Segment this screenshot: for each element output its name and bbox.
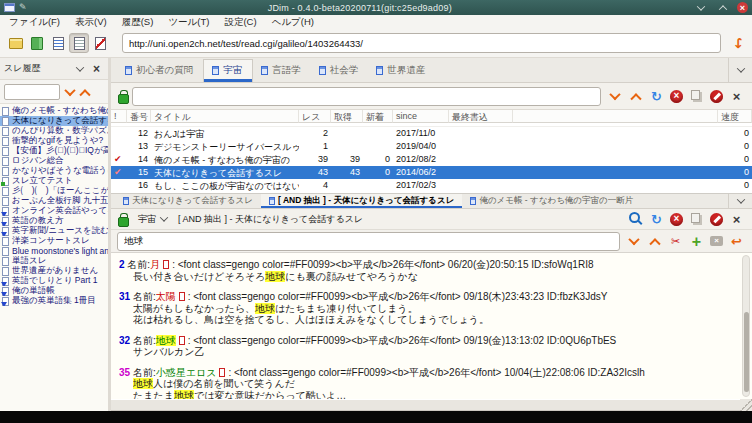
reload-icon[interactable] — [649, 89, 664, 103]
sidebar-thread-item[interactable]: オンライン英会話やってる人 — [0, 206, 108, 216]
scroll-down-icon[interactable] — [607, 89, 622, 103]
window-close-icon[interactable] — [737, 2, 748, 13]
sidebar-thread-item[interactable]: おーぷん全板行脚 九十五 — [0, 196, 108, 206]
search-down-icon[interactable] — [626, 234, 641, 248]
stop-icon[interactable] — [670, 90, 683, 103]
close-view-icon[interactable] — [729, 89, 744, 103]
sidebar-thread-item[interactable]: 俺の単語帳 — [0, 286, 108, 296]
shade-icon[interactable] — [693, 1, 708, 15]
column-header[interactable]: 番号 — [127, 110, 151, 123]
thread-row[interactable]: 12おんJは宇宙22017/11/00 — [111, 127, 752, 140]
sidebar-thread-item[interactable]: 俺のメモ帳 - すなわち俺の — [0, 106, 108, 116]
message-scrollbar[interactable] — [742, 255, 750, 397]
go-url-icon[interactable] — [731, 36, 746, 50]
post-name[interactable]: 小惑星エロス — [156, 367, 217, 378]
copy-icon[interactable] — [689, 89, 704, 103]
sidebar-thread-item[interactable]: 天体になりきって会話するス — [0, 116, 108, 126]
sidebar-thread-item[interactable]: 英語の教え方 — [0, 216, 108, 226]
post-number[interactable]: 31 — [119, 291, 130, 302]
sidebar-thread-item[interactable]: 彡(゚)(゚)「ほーんここが世界遺 — [0, 186, 108, 196]
sidebar-thread-item[interactable]: 【安価】彡(゚)(゚)「IQが高くない — [0, 146, 108, 156]
post-name[interactable]: 太陽 — [156, 291, 176, 302]
sidebar-thread-item[interactable]: ロジバン総合 — [0, 156, 108, 166]
sidebar-thread-item[interactable]: 最強の英単語集 1冊目 — [0, 296, 108, 306]
column-header[interactable]: since — [393, 110, 449, 123]
titlebar[interactable]: ✎ JDim - 0.4.0-beta20200711(git:c25ed9ad… — [0, 0, 752, 15]
sidebar-thread-item[interactable]: 洋楽コンサートスレ — [0, 236, 108, 246]
tab-item[interactable]: 世界遺産 — [368, 60, 435, 82]
tab-item[interactable]: 社会学 — [311, 60, 369, 82]
scroll-up-icon[interactable] — [628, 89, 643, 103]
column-header[interactable]: 速度 — [718, 110, 752, 123]
abone-icon[interactable] — [710, 90, 723, 103]
post-name[interactable]: 地球 — [156, 335, 176, 346]
menu-item[interactable]: ヘルプ(H) — [272, 16, 314, 29]
sidebar-thread-item[interactable]: 単語スレ — [0, 256, 108, 266]
resize-grip[interactable] — [740, 399, 752, 411]
sidebar-thread-item[interactable]: 英字新聞/ニュースを読むス — [0, 226, 108, 236]
add-favorite-icon[interactable] — [689, 234, 704, 248]
close-sidebar-icon[interactable] — [89, 62, 104, 76]
sidebar-search-input[interactable] — [4, 84, 60, 100]
unshade-icon[interactable] — [715, 1, 730, 15]
post-number[interactable]: 32 — [119, 335, 130, 346]
copy-icon[interactable] — [689, 212, 704, 226]
search-up-icon[interactable] — [77, 85, 92, 99]
column-header[interactable]: 取得 — [331, 110, 363, 123]
sidebar-thread-item[interactable]: スレ立てテスト — [0, 176, 108, 186]
tab-overflow-button[interactable] — [728, 58, 752, 82]
post-name[interactable]: 月 — [150, 259, 160, 270]
column-header[interactable]: ! — [111, 110, 127, 123]
thread-row[interactable]: 13デジモンストーリーサイバースルゥ12019/04/00 — [111, 140, 752, 153]
tab-active[interactable]: [ AND 抽出 ] - 天体になりきって会話するスレ — [261, 194, 462, 208]
sidebar-thread-item[interactable]: 世界遺産がありません — [0, 266, 108, 276]
column-header[interactable]: 最終書込 — [449, 110, 513, 123]
sidebar-thread-item[interactable]: 衝撃的なgifを見ようや? — [0, 136, 108, 146]
scrollbar-thumb[interactable] — [744, 312, 749, 392]
message-view[interactable]: 2 名前:月: <font class=gengo color=#FF0099>… — [111, 253, 752, 399]
thread-row[interactable]: ✔15天体になりきって会話するスレ434302014/06/20 — [111, 166, 752, 179]
board-select-dropdown[interactable]: 宇宙 — [134, 211, 172, 227]
menu-item[interactable]: ファイル(F) — [9, 16, 60, 29]
tab-active[interactable]: 宇宙 — [203, 59, 253, 82]
menu-item[interactable]: 設定(C) — [224, 16, 256, 29]
post-number[interactable]: 35 — [119, 367, 130, 378]
tab-item[interactable]: 俺のメモ帳 - すなわち俺の宇宙の一断片 — [462, 194, 641, 208]
undo-icon[interactable] — [729, 234, 744, 248]
toolbar-button[interactable] — [6, 33, 26, 53]
lock-icon[interactable] — [117, 90, 128, 102]
column-header[interactable]: タイトル — [151, 110, 299, 123]
toolbar-button[interactable] — [69, 33, 89, 53]
thread-search-input[interactable] — [117, 232, 620, 251]
menu-item[interactable]: ツール(T) — [168, 16, 209, 29]
url-input[interactable] — [122, 33, 721, 53]
cut-icon[interactable] — [668, 234, 683, 248]
board-filter-input[interactable] — [132, 87, 601, 106]
tab-item[interactable]: 天体になりきって会話するスレ — [115, 194, 261, 208]
column-header[interactable]: 新着 — [363, 110, 393, 123]
abone-icon[interactable] — [710, 213, 723, 226]
search-up-icon[interactable] — [647, 234, 662, 248]
thread-row[interactable]: 16もし、ここの板が宇宙なのではない42017/02/30 — [111, 179, 752, 192]
lock-icon[interactable] — [117, 213, 128, 225]
close-view-icon[interactable] — [729, 212, 744, 226]
stop-icon[interactable] — [670, 213, 683, 226]
collapse-icon[interactable] — [72, 62, 87, 76]
tab-item[interactable]: 言語学 — [253, 60, 311, 82]
toolbar-button[interactable] — [48, 33, 68, 53]
reload-icon[interactable] — [649, 212, 664, 226]
menu-item[interactable]: 表示(V) — [75, 16, 107, 29]
menu-item[interactable]: 履歴(S) — [122, 16, 154, 29]
toolbar-button[interactable] — [27, 33, 47, 53]
sidebar-thread-item[interactable]: のんびり算数・数学パズル — [0, 126, 108, 136]
column-header[interactable] — [513, 110, 718, 123]
tab-item[interactable]: 初心者の質問 — [117, 60, 203, 82]
toolbar-button[interactable] — [90, 33, 110, 53]
sidebar-thread-item[interactable]: Blue moonstone's light an — [0, 246, 108, 256]
column-header[interactable]: レス — [299, 110, 331, 123]
tab-overflow-button[interactable] — [728, 194, 752, 208]
thread-row[interactable]: ✔14俺のメモ帳 - すなわち俺の宇宙の393902012/08/20 — [111, 153, 752, 166]
sidebar-thread-item[interactable]: かなりやばそうな電話うにに — [0, 166, 108, 176]
search-icon[interactable] — [628, 212, 643, 226]
backspace-icon[interactable] — [710, 236, 723, 246]
